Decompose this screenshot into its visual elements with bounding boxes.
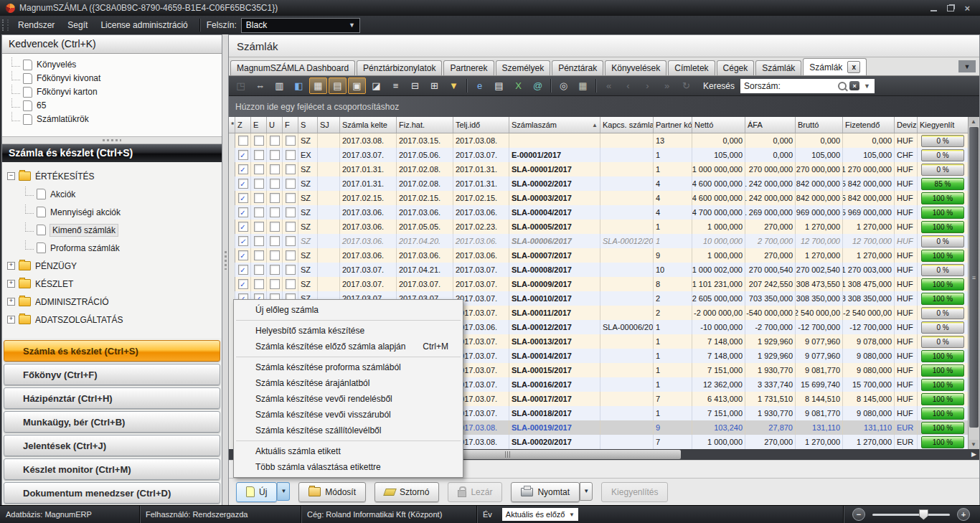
cell-partner[interactable]: 1: [654, 406, 692, 420]
cell-kapcs[interactable]: [600, 435, 654, 449]
cell-kelte[interactable]: 2017.01.31.: [340, 176, 397, 191]
cell-brutto[interactable]: 15 699,740: [796, 377, 843, 392]
hscroll-right-arrow-icon[interactable]: ▶: [971, 451, 976, 458]
cell-fizetendo[interactable]: 9 080,000: [843, 349, 895, 363]
preview-rows-icon[interactable]: ◪: [367, 77, 385, 94]
cell-z[interactable]: ✓: [235, 205, 251, 220]
col-header-fizetendo[interactable]: Fizetendő: [843, 117, 895, 133]
export-text-icon[interactable]: ▤: [490, 77, 508, 94]
cell-kiegy[interactable]: 0 %: [918, 334, 969, 349]
cell-deviz[interactable]: EUR: [895, 435, 918, 449]
checkbox-icon[interactable]: [270, 207, 280, 217]
cell-afa[interactable]: 1 930,770: [745, 406, 796, 420]
cell-fizhat[interactable]: 2017.04.21.: [397, 263, 453, 277]
grid-lines-icon[interactable]: ▦: [309, 77, 327, 94]
cell-szamlaszam[interactable]: SLA-00005/2017: [509, 220, 600, 234]
cell-s[interactable]: SZ: [298, 248, 318, 263]
cell-netto[interactable]: 1 000,000: [692, 435, 745, 449]
cell-netto[interactable]: 6 413,000: [692, 392, 745, 406]
checkbox-checked-icon[interactable]: ✓: [238, 279, 248, 289]
cell-fizetendo[interactable]: -12 700,000: [843, 320, 895, 334]
cell-e[interactable]: [251, 133, 267, 148]
checkbox-icon[interactable]: [270, 265, 280, 275]
restore-icon[interactable]: [947, 4, 954, 13]
cell-kiegy[interactable]: 100 %: [918, 406, 969, 420]
vscroll-down-arrow-icon[interactable]: ▼: [969, 440, 979, 449]
cell-netto[interactable]: 1 000 000,000: [692, 162, 745, 176]
cell-kiegy[interactable]: 100 %: [918, 349, 969, 363]
sztorn--button[interactable]: Sztornó: [374, 482, 439, 502]
cell-kiegy[interactable]: 0 %: [918, 162, 969, 176]
grid-row[interactable]: ✓SZ2017.02.15.2017.02.15.2017.02.15.SLA-…: [229, 191, 979, 205]
export-html-icon[interactable]: e: [471, 77, 489, 94]
cell-netto[interactable]: 2 605 000,000: [692, 291, 745, 306]
cell-fizhat[interactable]: 2017.02.15.: [397, 191, 453, 205]
checkbox-icon[interactable]: [270, 179, 280, 189]
cell-kapcs[interactable]: [600, 420, 654, 435]
nav-first-icon[interactable]: «: [600, 77, 618, 94]
cell-partner[interactable]: 10: [654, 263, 692, 277]
cell-teljido[interactable]: 2017.03.06.: [453, 248, 509, 263]
cell-e[interactable]: [251, 220, 267, 234]
cell-afa[interactable]: 270,000: [745, 220, 796, 234]
cell-deviz[interactable]: HUF: [895, 277, 918, 291]
cell-e[interactable]: [251, 162, 267, 176]
nav-next-icon[interactable]: ›: [639, 77, 656, 94]
cell-kiegy[interactable]: 100 %: [918, 220, 969, 234]
checkbox-icon[interactable]: [286, 265, 296, 275]
cell-kelte[interactable]: 2017.03.06.: [340, 220, 397, 234]
cell-ind[interactable]: [229, 162, 235, 176]
cell-kelte[interactable]: 2017.01.31.: [340, 162, 397, 176]
cell-partner[interactable]: 4: [654, 205, 692, 220]
favorite-item[interactable]: 65: [9, 99, 222, 113]
cell-kapcs[interactable]: [600, 191, 654, 205]
cell-e[interactable]: [251, 205, 267, 220]
col-header-partner[interactable]: Partner kód: [654, 117, 692, 133]
cell-brutto[interactable]: 1 270 000,000: [796, 162, 843, 176]
cell-z[interactable]: ✓: [235, 277, 251, 291]
cell-kiegy[interactable]: 0 %: [918, 234, 969, 248]
context-menu-item[interactable]: Új előleg számla: [234, 302, 463, 318]
cell-fizetendo[interactable]: 5 842 000,000: [843, 191, 895, 205]
cell-brutto[interactable]: 9 081,770: [796, 406, 843, 420]
cell-kiegy[interactable]: 100 %: [918, 377, 969, 392]
cell-deviz[interactable]: EUR: [895, 420, 918, 435]
cell-e[interactable]: [251, 191, 267, 205]
cell-z[interactable]: ✓: [235, 148, 251, 162]
cell-partner[interactable]: 7: [654, 435, 692, 449]
cell-deviz[interactable]: HUF: [895, 377, 918, 392]
modules-panel-header[interactable]: Számla és készlet (Ctrl+S): [2, 144, 222, 163]
cell-ind[interactable]: [229, 205, 235, 220]
cell-brutto[interactable]: 105,000: [796, 148, 843, 162]
cell-netto[interactable]: 10 000,000: [692, 234, 745, 248]
cell-sj[interactable]: [318, 205, 340, 220]
col-header-netto[interactable]: Nettó: [692, 117, 745, 133]
cell-z[interactable]: [235, 133, 251, 148]
checkbox-checked-icon[interactable]: ✓: [238, 164, 248, 174]
cell-afa[interactable]: 1 242 000,000: [745, 191, 796, 205]
cell-brutto[interactable]: 9 081,770: [796, 363, 843, 377]
cell-s[interactable]: SZ: [298, 133, 318, 148]
cell-kiegy[interactable]: 0 %: [918, 320, 969, 334]
cell-z[interactable]: ✓: [235, 162, 251, 176]
cell-afa[interactable]: 1 269 000,000: [745, 205, 796, 220]
cell-netto[interactable]: 12 362,000: [692, 377, 745, 392]
cell-kelte[interactable]: 2017.02.15.: [340, 191, 397, 205]
cell-s[interactable]: EX: [298, 148, 318, 162]
group-expand-icon[interactable]: ⊞: [425, 77, 443, 94]
cell-sj[interactable]: [318, 133, 340, 148]
cell-fizetendo[interactable]: 9 078,000: [843, 334, 895, 349]
print-icon[interactable]: ▦: [574, 77, 592, 94]
cell-ind[interactable]: [229, 191, 235, 205]
cell-partner[interactable]: 8: [654, 277, 692, 291]
cell-kiegy[interactable]: 100 %: [918, 277, 969, 291]
cell-sj[interactable]: [318, 277, 340, 291]
cell-e[interactable]: [251, 277, 267, 291]
cell-deviz[interactable]: HUF: [895, 220, 918, 234]
cell-kiegy[interactable]: 100 %: [918, 191, 969, 205]
cell-deviz[interactable]: HUF: [895, 133, 918, 148]
menu-item[interactable]: Segít: [61, 16, 94, 34]
checkbox-icon[interactable]: [270, 164, 280, 174]
context-menu-item[interactable]: Aktuális számla etikett: [234, 443, 463, 459]
checkbox-icon[interactable]: [286, 279, 296, 289]
